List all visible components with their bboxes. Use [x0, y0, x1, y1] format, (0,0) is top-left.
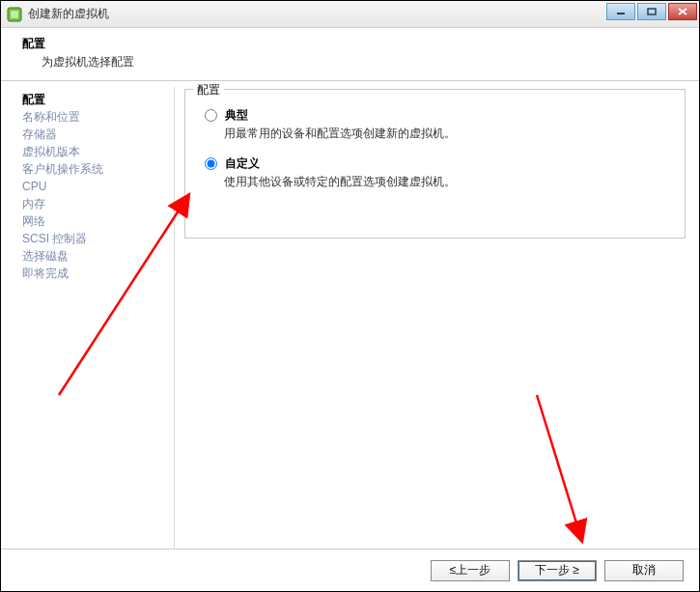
- titlebar: 创建新的虚拟机: [1, 1, 699, 28]
- radio-row-typical[interactable]: 典型: [205, 107, 673, 124]
- sidebar-step-storage[interactable]: 存储器: [22, 126, 169, 143]
- sidebar-step-config[interactable]: 配置: [22, 91, 169, 108]
- main-area: 配置 名称和位置 存储器 虚拟机版本 客户机操作系统 CPU 内存 网络 SCS…: [1, 81, 699, 563]
- config-groupbox: 配置 典型 用最常用的设备和配置选项创建新的虚拟机。 自定义 使用其他设备或特定…: [184, 89, 686, 239]
- radio-custom-label: 自定义: [225, 155, 260, 172]
- sidebar-step-vm-version[interactable]: 虚拟机版本: [22, 143, 169, 160]
- cancel-button[interactable]: 取消: [604, 560, 684, 581]
- window-controls: [606, 3, 697, 20]
- radio-custom[interactable]: [205, 157, 217, 170]
- minimize-button[interactable]: [606, 3, 635, 20]
- app-icon: [7, 7, 22, 22]
- header-subtitle: 为虚拟机选择配置: [42, 54, 686, 70]
- wizard-sidebar: 配置 名称和位置 存储器 虚拟机版本 客户机操作系统 CPU 内存 网络 SCS…: [1, 81, 175, 563]
- content-panel: 配置 典型 用最常用的设备和配置选项创建新的虚拟机。 自定义 使用其他设备或特定…: [175, 81, 699, 563]
- svg-rect-3: [648, 9, 656, 14]
- sidebar-step-cpu[interactable]: CPU: [22, 178, 169, 195]
- radio-typical[interactable]: [205, 109, 217, 122]
- sidebar-step-scsi[interactable]: SCSI 控制器: [22, 230, 169, 247]
- sidebar-step-guest-os[interactable]: 客户机操作系统: [22, 160, 169, 178]
- back-button[interactable]: ≤上一步: [431, 560, 510, 581]
- svg-rect-1: [11, 11, 18, 18]
- wizard-footer: ≤上一步 下一步 ≥ 取消: [1, 549, 699, 591]
- header-title: 配置: [22, 36, 686, 52]
- groupbox-legend: 配置: [193, 82, 224, 99]
- titlebar-title: 创建新的虚拟机: [28, 6, 109, 22]
- radio-typical-desc: 用最常用的设备和配置选项创建新的虚拟机。: [224, 126, 673, 142]
- sidebar-step-memory[interactable]: 内存: [22, 195, 169, 212]
- sidebar-step-disk[interactable]: 选择磁盘: [22, 247, 169, 265]
- next-button[interactable]: 下一步 ≥: [518, 560, 597, 581]
- sidebar-step-finish[interactable]: 即将完成: [22, 265, 169, 282]
- close-button[interactable]: [668, 3, 697, 20]
- radio-custom-desc: 使用其他设备或特定的配置选项创建虚拟机。: [224, 174, 673, 190]
- sidebar-step-name-location[interactable]: 名称和位置: [22, 108, 169, 126]
- radio-row-custom[interactable]: 自定义: [205, 155, 673, 172]
- maximize-button[interactable]: [637, 3, 666, 20]
- wizard-header: 配置 为虚拟机选择配置: [1, 28, 699, 81]
- sidebar-step-network[interactable]: 网络: [22, 212, 169, 230]
- radio-typical-label: 典型: [225, 107, 248, 124]
